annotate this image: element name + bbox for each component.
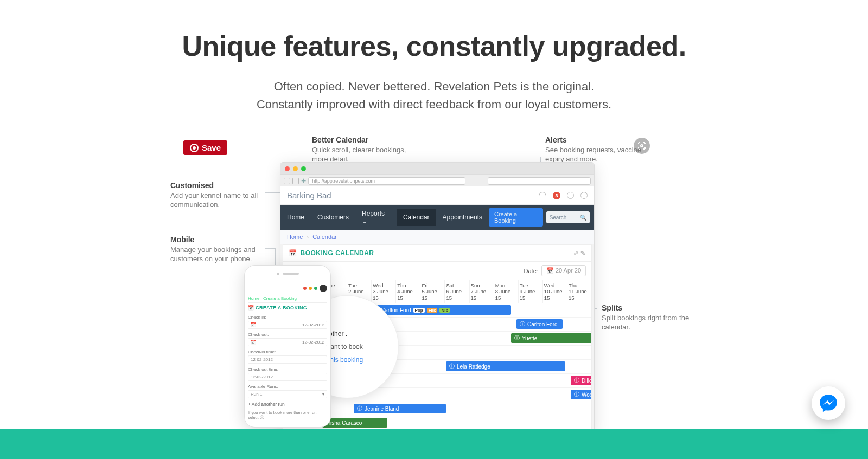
messenger-button[interactable]	[812, 386, 845, 420]
feature-diagram: Save Customised Add your kennel name to …	[174, 135, 694, 422]
checkin-time-input[interactable]: 12-02-2012	[248, 355, 327, 364]
checkin-date-input[interactable]: 📅12-02-2012	[248, 321, 327, 329]
breadcrumb: Home › Calendar	[280, 230, 594, 244]
booking-dillon[interactable]: Dillon	[571, 376, 591, 385]
annotation-alerts: Alerts See booking requests, vaccine exp…	[545, 135, 643, 164]
power-icon[interactable]	[580, 192, 588, 199]
crumb-calendar[interactable]: Calendar	[312, 234, 337, 240]
runs-select[interactable]: Run 1▾	[248, 390, 327, 398]
search-icon: 🔍	[580, 215, 586, 221]
subtitle-line-1: Often copied. Never bettered. Revelation…	[274, 80, 595, 93]
phone-status-bar	[248, 282, 327, 294]
booking-carlton-ford[interactable]: Carlton Ford Pop Flik Nib	[370, 305, 511, 315]
nav-customers[interactable]: Customers	[311, 209, 355, 226]
maximize-icon[interactable]	[301, 166, 306, 171]
footer-band	[0, 429, 868, 459]
address-bar: + http://app.revelationpets.com	[280, 174, 594, 186]
forward-button[interactable]	[292, 178, 299, 184]
booking-carlton-ford-2[interactable]: Carlton Ford	[516, 319, 563, 329]
crumb-home[interactable]: Home	[287, 234, 303, 240]
search-input[interactable]: Search 🔍	[546, 211, 590, 223]
app-header: Barking Bad 3	[280, 186, 594, 205]
nav-calendar[interactable]: Calendar	[397, 209, 436, 226]
annotation-mobile: Mobile Manage your bookings and customer…	[170, 235, 263, 264]
panel-title: BOOKING CALENDAR	[301, 249, 374, 257]
url-field[interactable]: http://app.revelationpets.com	[308, 177, 465, 185]
annotation-customised: Customised Add your kennel name to all c…	[170, 180, 263, 210]
annotation-better-calendar: Better Calendar Quick scroll, clearer bo…	[312, 135, 420, 164]
minimize-icon[interactable]	[293, 166, 298, 171]
save-label: Save	[202, 143, 221, 152]
subtitle-line-2: Constantly improved with direct feedback…	[257, 98, 611, 111]
page-title: Unique features, constantly upgraded.	[0, 30, 868, 62]
checkout-date-input[interactable]: 📅12-02-2012	[248, 338, 327, 346]
chevron-down-icon: ⌄	[362, 217, 367, 225]
booking-wood[interactable]: Wood	[571, 390, 591, 399]
kennel-name: Barking Bad	[287, 191, 331, 200]
checkout-time-input[interactable]: 12-02-2012	[248, 373, 327, 381]
pinterest-save-button[interactable]: Save	[183, 140, 227, 155]
gear-icon[interactable]	[567, 192, 574, 199]
annotation-splits: Splits Split bookings right from the cal…	[602, 303, 694, 332]
date-input[interactable]: 📅 20 Apr 20	[541, 265, 586, 276]
nav-appointments[interactable]: Appointments	[436, 209, 489, 226]
back-button[interactable]	[284, 178, 290, 184]
messenger-icon	[819, 393, 838, 413]
close-icon[interactable]	[285, 166, 290, 171]
booking-lela-ratledge[interactable]: Lela Ratledge	[446, 361, 565, 371]
window-titlebar	[280, 163, 594, 174]
page-subtitle: Often copied. Never bettered. Revelation…	[0, 77, 868, 113]
phone-breadcrumb: Home · Create a Booking	[248, 294, 327, 302]
booking-yuette[interactable]: Yuette	[511, 333, 591, 343]
main-nav: Home Customers Reports ⌄ Calendar Appoin…	[280, 205, 594, 230]
secondary-field[interactable]	[488, 177, 591, 185]
avatar[interactable]	[320, 285, 327, 292]
date-label: Date:	[524, 268, 538, 274]
bell-icon[interactable]	[539, 192, 546, 199]
phone-note: If you want to book more than one run, s…	[248, 409, 327, 421]
phone-panel-title: 📅 CREATE A BOOKING	[248, 302, 327, 313]
create-booking-button[interactable]: Create a Booking	[489, 208, 543, 227]
nav-home[interactable]: Home	[280, 209, 311, 226]
booking-jeanine-bland[interactable]: Jeanine Bland	[354, 404, 446, 413]
add-run-link[interactable]: + Add another run	[248, 402, 285, 407]
nav-reports[interactable]: Reports ⌄	[355, 205, 397, 230]
calendar-icon: 📅	[289, 249, 297, 257]
pinterest-icon	[190, 144, 199, 152]
alert-badge[interactable]: 3	[553, 192, 560, 199]
panel-tools[interactable]: ⤢ ✎	[573, 250, 586, 257]
phone-mock: Home · Create a Booking 📅 CREATE A BOOKI…	[244, 265, 331, 428]
booking-trisha-carasco[interactable]: Trisha Carasco	[322, 418, 387, 428]
